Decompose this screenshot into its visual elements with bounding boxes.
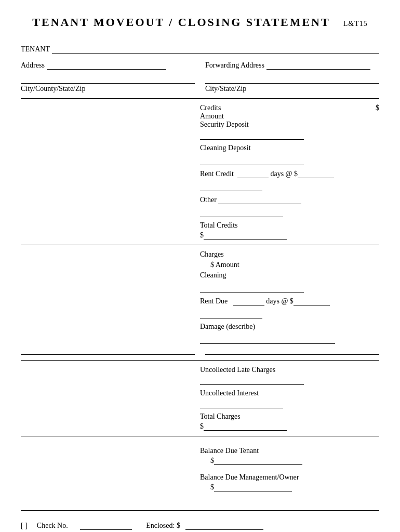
check-no-input[interactable] [80,521,132,530]
charges-section: Charges $ Amount Cleaning Rent Due days … [200,250,379,344]
cleaning-deposit-input[interactable] [200,156,304,165]
balance-due-management-input[interactable] [214,483,292,491]
rent-due-days-at-label: days @ $ [266,297,294,305]
title-text: TENANT MOVEOUT / CLOSING STATEMENT [32,16,330,29]
uncollected-late-charges-block: Uncollected Late Charges [200,366,379,385]
check-no-label: Check No. [37,522,68,530]
rent-credit-amount-input[interactable] [298,169,334,178]
other-label: Other [200,196,217,204]
total-credits-row: Total Credits $ [200,221,379,240]
tenant-label: TENANT [21,45,50,54]
total-charges-block: Total Charges $ [200,413,379,431]
checkbox-bracket: [ ] [21,522,28,530]
damage-label: Damage (describe) [200,323,255,331]
balance-due-management-amount: $ [210,483,379,491]
balance-due-tenant-label: Balance Due Tenant [200,447,379,455]
rent-credit-days-input[interactable] [237,169,269,178]
rent-credit-row: Rent Credit days @ $ [200,169,379,178]
credits-dollar-sign: $ [376,104,379,112]
damage-row: Damage (describe) [200,323,379,331]
total-charges-dollar: $ [200,422,204,431]
cleaning-field-row [200,284,379,292]
tenant-input[interactable] [52,45,379,54]
cleaning-deposit-row: Cleaning Deposit [200,144,379,152]
total-credits-input[interactable] [204,231,287,240]
amount-label: Amount [200,112,249,121]
total-charges-input[interactable] [204,422,287,431]
forwarding-address-input[interactable] [266,61,370,70]
charges-header-row: Charges [200,250,379,259]
rent-credit-sub-line-row [200,182,379,191]
address-input[interactable] [47,61,166,70]
balance-due-tenant-dollar: $ [210,457,214,465]
divider-4 [21,436,379,436]
uncollected-late-label-row: Uncollected Late Charges [200,366,379,374]
total-charges-field-wrap: $ [200,422,379,431]
enclosed-input[interactable] [185,521,263,530]
rent-credit-label: Rent Credit [200,170,234,178]
city-right: City/State/Zip [205,75,379,93]
total-charges-row: Total Charges $ [200,413,379,431]
left-blank [21,346,195,355]
city-left: City/County/State/Zip [21,75,195,93]
rent-due-amount-input[interactable] [294,297,330,305]
charges-amount-label: $ Amount [210,261,239,269]
other-sub-row [200,208,379,217]
rent-credit-subtotal-input[interactable] [200,182,262,191]
city-state-zip-label: City/State/Zip [205,85,379,93]
city-left-extra-input[interactable] [21,75,195,84]
other-input[interactable] [218,195,301,204]
security-deposit-label: Security Deposit [200,121,249,129]
uncollected-interest-label-row: Uncollected Interest [200,389,379,397]
cleaning-deposit-label: Cleaning Deposit [200,144,251,152]
divider-3 [21,360,379,361]
balance-due-management-dollar: $ [210,483,214,491]
balance-due-management-label: Balance Due Management/Owner [200,473,379,482]
uncollected-late-input[interactable] [200,376,304,385]
forwarding-address-right: Forwarding Address [205,61,379,70]
full-width-damage-section [21,346,379,355]
total-credits-label: Total Credits [200,221,379,230]
cleaning-deposit-field-row [200,156,379,165]
address-row: Address Forwarding Address [21,61,379,70]
other-sub-input[interactable] [200,208,283,217]
cleaning-input[interactable] [200,284,304,292]
credits-labels: Credits Amount Security Deposit [200,104,249,129]
divider-1 [21,98,379,99]
city-right-extra-input[interactable] [205,75,379,84]
city-county-state-zip-label: City/County/State/Zip [21,85,195,93]
rent-due-row: Rent Due days @ $ [200,297,379,305]
divider-5 [21,510,379,511]
security-deposit-input[interactable] [200,131,304,140]
total-charges-label: Total Charges [200,413,379,421]
total-credits-field-wrap: $ [200,231,379,240]
cleaning-row: Cleaning [200,271,379,280]
uncollected-interest-input[interactable] [200,400,283,408]
rent-credit-days-at-label: days @ $ [270,170,298,178]
credits-header-row: Credits Amount Security Deposit $ [200,104,379,129]
security-deposit-field-row [200,131,379,140]
rent-due-days-input[interactable] [233,297,264,305]
rent-due-subtotal-input[interactable] [200,310,262,318]
uncollected-interest-label: Uncollected Interest [200,389,259,397]
address-label: Address [21,61,45,70]
damage-right [205,346,379,355]
tenant-row: TENANT [21,45,379,54]
balance-due-tenant-block: Balance Due Tenant $ [200,447,379,465]
uncollected-late-field-row [200,376,379,385]
total-credits-dollar: $ [200,231,204,240]
rent-due-sub-row [200,310,379,318]
balance-due-tenant-input[interactable] [214,456,302,465]
uncollected-late-label: Uncollected Late Charges [200,366,275,374]
divider-2 [21,245,379,245]
credits-label: Credits [200,104,249,112]
damage-left-input[interactable] [21,346,195,355]
credits-section: Credits Amount Security Deposit $ Cleani… [200,104,379,240]
other-row: Other [200,195,379,204]
damage-input-1[interactable] [200,335,335,344]
cleaning-label: Cleaning [200,271,226,279]
page-title: TENANT MOVEOUT / CLOSING STATEMENT L&T15 [21,16,379,29]
rent-due-label: Rent Due [200,297,228,305]
charges-header-label: Charges [200,250,224,258]
damage-right-input[interactable] [205,346,379,355]
